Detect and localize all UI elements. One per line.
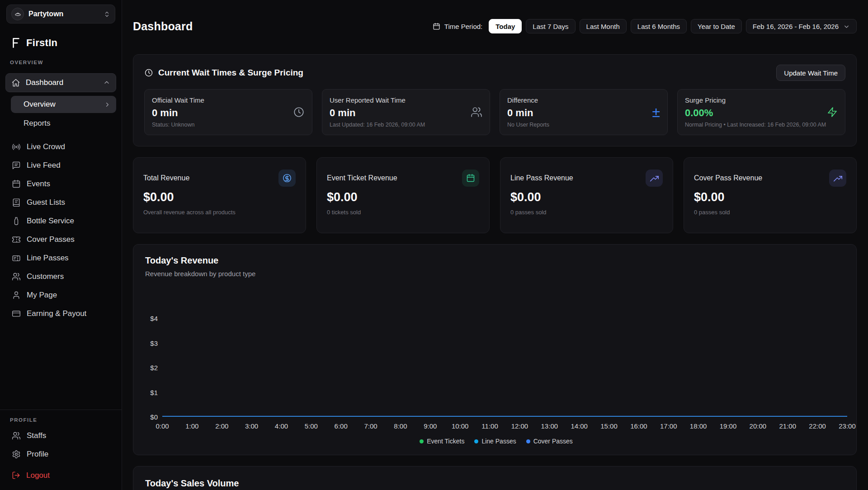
line-pass-revenue-value: $0.00: [510, 190, 663, 204]
workspace-name: Partytown: [28, 10, 99, 18]
workspace-switcher[interactable]: Partytown: [6, 5, 115, 24]
chart-plot-area: [162, 318, 847, 417]
sidebar-item-line-passes[interactable]: Line Passes: [0, 249, 122, 267]
sidebar: Partytown FirstIn OVERVIEW Dashboard Ove…: [0, 0, 122, 490]
sidebar-item-staffs[interactable]: Staffs: [0, 426, 122, 445]
sidebar-item-reports[interactable]: Reports: [11, 115, 116, 132]
update-wait-time-button[interactable]: Update Wait Time: [776, 65, 845, 81]
x-tick-label: 3:00: [245, 422, 258, 430]
users-icon: [12, 431, 21, 440]
total-revenue-value: $0.00: [143, 190, 296, 204]
x-tick-label: 20:00: [750, 422, 767, 430]
chevron-up-icon: [103, 79, 110, 86]
sidebar-item-guest-lists[interactable]: Guest Lists: [0, 193, 122, 212]
period-button-last-6-months[interactable]: Last 6 Months: [631, 19, 687, 33]
sidebar-item-label: Reports: [24, 119, 51, 128]
broadcast-icon: [12, 142, 21, 151]
dollar-circle-icon: [278, 170, 296, 187]
sidebar-item-label: Bottle Service: [27, 217, 74, 226]
period-button-today[interactable]: Today: [489, 19, 522, 33]
legend-item: Event Tickets: [420, 438, 464, 445]
date-range-value: Feb 16, 2026 - Feb 16, 2026: [753, 23, 839, 30]
sidebar-item-cover-passes[interactable]: Cover Passes: [0, 230, 122, 249]
x-tick-label: 0:00: [156, 422, 169, 430]
sidebar-item-label: Guest Lists: [27, 198, 65, 207]
clock-icon: [293, 106, 305, 118]
logout-icon: [12, 471, 20, 480]
sidebar-item-label: Line Passes: [27, 254, 69, 263]
sidebar-item-my-page[interactable]: My Page: [0, 286, 122, 304]
date-range-picker[interactable]: Feb 16, 2026 - Feb 16, 2026: [746, 19, 857, 33]
sidebar-item-label: Cover Passes: [27, 235, 75, 244]
x-tick-label: 13:00: [541, 422, 558, 430]
main-content: Dashboard Time Period: Today Last 7 Days…: [122, 0, 868, 490]
cover-pass-revenue-card: Cover Pass Revenue $0.00 0 passes sold: [684, 157, 857, 233]
x-tick-label: 23:00: [839, 422, 856, 430]
time-period-controls: Time Period: Today Last 7 Days Last Mont…: [433, 19, 857, 33]
sidebar-nav: Live Crowd Live Feed Events Guest Lists …: [0, 137, 122, 323]
wait-panel-title: Current Wait Times & Surge Pricing: [144, 68, 303, 78]
total-revenue-card: Total Revenue $0.00 Overall revenue acro…: [133, 157, 306, 233]
trending-up-icon: [829, 170, 846, 187]
x-tick-label: 9:00: [424, 422, 437, 430]
event-ticket-revenue-card: Event Ticket Revenue $0.00 0 tickets sol…: [316, 157, 490, 233]
official-wait-time-value: 0 min: [152, 107, 305, 119]
page-title: Dashboard: [133, 20, 193, 33]
logout-label: Logout: [26, 471, 50, 480]
section-label-profile: PROFILE: [0, 410, 122, 426]
legend-item: Line Passes: [474, 438, 516, 445]
period-button-last-7-days[interactable]: Last 7 Days: [526, 19, 575, 33]
sidebar-item-label: Dashboard: [26, 78, 98, 87]
y-tick-label: $1: [150, 388, 158, 396]
sidebar-item-events[interactable]: Events: [0, 174, 122, 193]
user-icon: [12, 291, 21, 300]
x-tick-label: 21:00: [779, 422, 796, 430]
message-square-icon: [12, 161, 21, 170]
sidebar-item-bottle-service[interactable]: Bottle Service: [0, 212, 122, 230]
sidebar-item-label: Live Feed: [27, 161, 61, 170]
brand-logo-icon: [10, 37, 22, 49]
period-button-last-month[interactable]: Last Month: [580, 19, 627, 33]
revenue-chart: $4$3$2$1$0: [145, 318, 847, 417]
x-tick-label: 6:00: [335, 422, 348, 430]
sidebar-profile-section: PROFILE Staffs Profile Logout: [0, 410, 122, 485]
period-button-year-to-date[interactable]: Year to Date: [691, 19, 742, 33]
time-period-label: Time Period:: [433, 23, 482, 30]
sidebar-item-earning-payout[interactable]: Earning & Payout: [0, 304, 122, 323]
x-tick-label: 5:00: [305, 422, 318, 430]
y-axis: $4$3$2$1$0: [145, 318, 162, 417]
users-icon: [471, 106, 482, 118]
sidebar-item-profile[interactable]: Profile: [0, 445, 122, 463]
chevron-up-down-icon: [104, 11, 110, 18]
chart-legend: Event TicketsLine PassesCover Passes: [145, 438, 847, 445]
sidebar-item-label: Events: [27, 179, 50, 188]
todays-revenue-panel: Today's Revenue Revenue breakdown by pro…: [133, 244, 857, 455]
official-wait-time-tile: Official Wait Time 0 min Status: Unknown: [144, 89, 312, 135]
wait-times-panel: Current Wait Times & Surge Pricing Updat…: [133, 54, 857, 146]
chevron-down-icon: [843, 23, 850, 30]
brand: FirstIn: [0, 24, 122, 49]
x-tick-label: 19:00: [720, 422, 737, 430]
user-reported-wait-time-value: 0 min: [330, 107, 482, 119]
user-reported-wait-time-tile: User Reported Wait Time 0 min Last Updat…: [322, 89, 490, 135]
sidebar-item-label: Earning & Payout: [27, 309, 86, 318]
sidebar-item-live-feed[interactable]: Live Feed: [0, 156, 122, 174]
sidebar-item-overview[interactable]: Overview: [11, 96, 116, 113]
sidebar-item-dashboard[interactable]: Dashboard: [5, 73, 116, 92]
line-pass-revenue-card: Line Pass Revenue $0.00 0 passes sold: [500, 157, 673, 233]
pass-card-icon: [12, 254, 21, 263]
logout-button[interactable]: Logout: [0, 466, 122, 485]
sidebar-item-label: Staffs: [27, 431, 46, 440]
list-book-icon: [12, 198, 21, 207]
legend-label: Event Tickets: [427, 438, 464, 445]
credit-card-icon: [12, 309, 21, 318]
y-tick-label: $2: [150, 364, 158, 372]
topbar: Dashboard Time Period: Today Last 7 Days…: [133, 19, 857, 33]
ticket-icon: [12, 235, 21, 244]
surge-pricing-tile: Surge Pricing 0.00% Normal Pricing • Las…: [677, 89, 845, 135]
legend-dot-icon: [420, 439, 424, 443]
cover-pass-revenue-value: $0.00: [694, 190, 846, 204]
sidebar-item-live-crowd[interactable]: Live Crowd: [0, 137, 122, 156]
x-tick-label: 7:00: [364, 422, 377, 430]
sidebar-item-customers[interactable]: Customers: [0, 267, 122, 286]
